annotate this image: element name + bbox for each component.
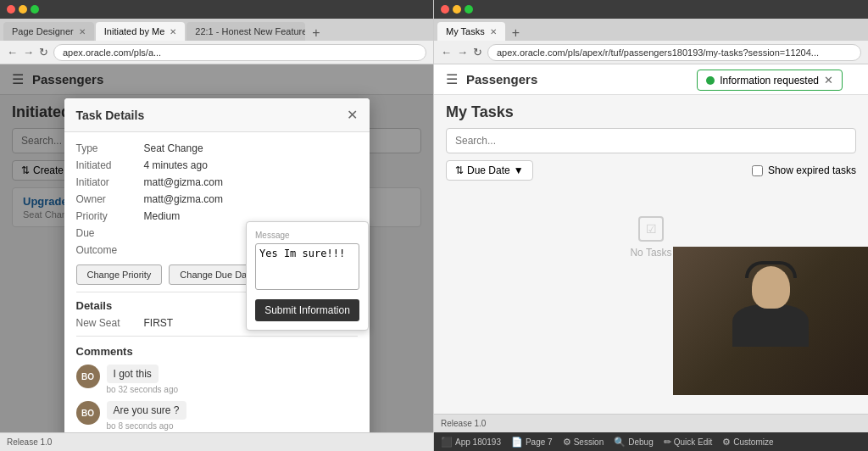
dev-session[interactable]: ⚙ Session [563,437,604,448]
minimize-btn[interactable] [19,5,27,14]
left-address-input[interactable] [53,44,426,61]
message-popup: Message Yes Im sure!!! Submit Informatio… [246,221,369,331]
person-shoulders [732,304,809,347]
detail-initiator: Initiator matt@gizma.com [76,176,358,188]
tab-page-designer[interactable]: Page Designer ✕ [3,22,94,41]
close-tab-my-tasks[interactable]: ✕ [490,27,497,36]
modal-header: Task Details ✕ [64,98,370,132]
dev-bar: ⬛ App 180193 📄 Page 7 ⚙ Session 🔍 Debug … [434,432,868,451]
window-controls [7,5,39,14]
right-address-input[interactable] [487,44,861,61]
app-icon: ⬛ [441,437,453,448]
close-btn[interactable] [7,5,15,14]
right-maximize-btn[interactable] [465,5,473,14]
dev-debug[interactable]: 🔍 Debug [614,437,653,448]
modal-close-btn[interactable]: ✕ [347,107,358,123]
dev-customize[interactable]: ⚙ Customize [722,437,773,448]
back-icon[interactable]: ← [7,46,18,58]
comment-bubble-1: I got this [107,365,159,383]
comment-meta-2: bo 8 seconds ago [107,421,186,431]
left-release-label: Release 1.0 [7,437,52,447]
right-tab-bar: My Tasks ✕ + [434,19,868,41]
right-window: My Tasks ✕ + ← → ↻ ☰ Passengers Informat… [434,0,868,451]
left-address-bar: ← → ↻ [0,41,433,64]
right-app-header: ☰ Passengers Information requested ✕ [434,64,868,95]
webcam-background [673,247,868,395]
detail-initiated: Initiated 4 minutes ago [76,159,358,171]
right-forward-icon[interactable]: → [457,46,468,58]
right-address-bar: ← → ↻ [434,41,868,64]
info-banner-text: Information requested [720,75,819,86]
chevron-down-due-icon: ▼ [514,164,524,176]
quick-edit-icon: ✏ [664,437,671,448]
modal-title: Task Details [76,109,145,122]
sort-due-date-icon: ⇅ [455,164,464,176]
comments-section: Comments BO I got this bo 32 seconds ago… [76,345,358,432]
right-hamburger-icon[interactable]: ☰ [446,71,458,87]
left-window: Page Designer ✕ Initiated by Me ✕ 22:1 -… [0,0,434,451]
avatar-bo-2: BO [76,401,100,425]
webcam-area [673,247,868,395]
tab-initiated-by-me[interactable]: Initiated by Me ✕ [96,22,186,41]
comment-meta-1: bo 32 seconds ago [107,385,179,394]
debug-icon: 🔍 [614,437,626,448]
no-tasks-icon: ☑ [638,216,664,242]
dev-app[interactable]: ⬛ App 180193 [441,437,501,448]
comment-item-2: BO Are you sure ? bo 8 seconds ago [76,401,358,431]
detail-type: Type Seat Change [76,142,358,154]
person-headphones [745,261,797,278]
right-back-icon[interactable]: ← [441,46,452,58]
message-label: Message [255,231,359,240]
right-browser-bar [434,0,868,19]
no-tasks-label: No Tasks [630,247,671,259]
info-banner: Information requested ✕ [697,70,843,91]
right-window-controls [441,5,473,14]
tab-google[interactable]: 22:1 - Honest New Features - Goog... ✕ [186,22,305,41]
comment-item-1: BO I got this bo 32 seconds ago [76,365,358,394]
person-silhouette [728,266,813,376]
info-banner-close[interactable]: ✕ [824,74,833,86]
right-page-body: My Tasks ⇅ Due Date ▼ Show expired tasks… [434,95,868,414]
right-release-label: Release 1.0 [441,419,486,428]
sort-due-date-btn[interactable]: ⇅ Due Date ▼ [446,160,533,181]
comment-bubble-2: Are you sure ? [107,401,186,420]
my-tasks-heading: My Tasks [446,103,856,121]
left-app-content: ☰ Passengers Initiated by Me ⇅ Create Da… [0,64,433,432]
show-expired-container: Show expired tasks [752,164,856,176]
left-footer: Release 1.0 [0,432,433,451]
right-close-btn[interactable] [441,5,449,14]
change-priority-btn[interactable]: Change Priority [76,264,163,285]
right-new-tab-btn[interactable]: + [507,25,525,41]
left-tab-bar: Page Designer ✕ Initiated by Me ✕ 22:1 -… [0,19,433,41]
show-expired-checkbox[interactable] [752,165,763,176]
right-minimize-btn[interactable] [453,5,461,14]
info-dot [706,76,715,85]
dev-page[interactable]: 📄 Page 7 [511,437,553,448]
right-search-input[interactable] [446,128,856,153]
right-toolbar: ⇅ Due Date ▼ Show expired tasks [446,160,856,181]
tab-my-tasks[interactable]: My Tasks ✕ [437,22,505,41]
left-browser-bar [0,0,433,19]
session-icon: ⚙ [563,437,571,448]
maximize-btn[interactable] [31,5,39,14]
submit-information-btn[interactable]: Submit Information [255,299,359,321]
page-icon: 📄 [511,437,523,448]
person-head [752,266,790,309]
customize-icon: ⚙ [722,437,731,448]
right-refresh-icon[interactable]: ↻ [473,46,482,58]
right-app-title: Passengers [466,72,537,86]
show-expired-label: Show expired tasks [768,164,856,176]
forward-icon[interactable]: → [23,46,34,58]
detail-priority: Priority Medium [76,210,358,222]
right-footer: Release 1.0 [434,414,868,432]
detail-owner: Owner matt@gizma.com [76,193,358,205]
close-tab-page-designer[interactable]: ✕ [79,27,86,36]
new-tab-btn[interactable]: + [307,25,325,41]
avatar-bo-1: BO [76,365,100,388]
close-tab-initiated[interactable]: ✕ [170,27,176,36]
dev-quick-edit[interactable]: ✏ Quick Edit [664,437,713,448]
comments-heading: Comments [76,345,358,358]
message-textarea[interactable]: Yes Im sure!!! [255,243,359,290]
refresh-icon[interactable]: ↻ [39,46,48,58]
